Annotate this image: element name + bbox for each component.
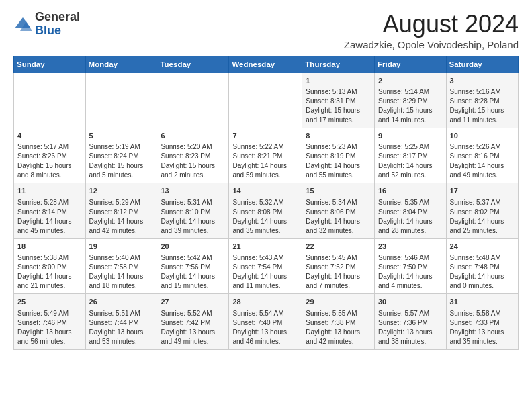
day-info-line: Sunset: 7:48 PM xyxy=(450,263,515,272)
day-number: 21 xyxy=(232,242,298,252)
page-header: General Blue August 2024 Zawadzkie, Opol… xyxy=(13,11,519,50)
day-info-line: and 5 minutes. xyxy=(89,171,154,180)
day-info-line: Sunset: 8:02 PM xyxy=(450,208,515,217)
calendar-cell: 16Sunrise: 5:35 AMSunset: 8:04 PMDayligh… xyxy=(375,183,447,238)
day-number: 13 xyxy=(161,186,225,196)
day-info-line: Sunset: 8:24 PM xyxy=(89,152,154,161)
day-number: 4 xyxy=(17,131,82,141)
day-info-line: Daylight: 15 hours xyxy=(378,106,443,116)
day-info-line: Sunrise: 5:48 AM xyxy=(450,253,515,263)
calendar-week-row: 1Sunrise: 5:13 AMSunset: 8:31 PMDaylight… xyxy=(14,73,519,128)
day-info-line: Sunset: 7:58 PM xyxy=(89,263,154,272)
day-info-line: Sunset: 8:29 PM xyxy=(378,97,443,106)
day-info-line: Daylight: 13 hours xyxy=(89,328,154,337)
day-info-line: Sunrise: 5:58 AM xyxy=(450,309,515,318)
day-info-line: and 8 minutes. xyxy=(17,171,82,180)
calendar-cell: 25Sunrise: 5:49 AMSunset: 7:46 PMDayligh… xyxy=(14,294,86,349)
day-info-line: and 32 minutes. xyxy=(306,226,371,236)
day-info-line: Sunset: 7:50 PM xyxy=(378,263,443,272)
day-info-line: and 39 minutes. xyxy=(161,226,225,236)
title-block: August 2024 Zawadzkie, Opole Voivodeship… xyxy=(344,11,519,50)
day-number: 8 xyxy=(306,131,371,141)
day-info-line: and 25 minutes. xyxy=(450,226,515,236)
day-info-line: and 21 minutes. xyxy=(17,281,82,291)
day-info-line: Sunrise: 5:19 AM xyxy=(89,142,154,152)
logo-icon xyxy=(13,15,32,34)
day-info-line: Sunrise: 5:51 AM xyxy=(89,309,154,318)
weekday-header-thursday: Thursday xyxy=(302,56,375,73)
day-info-line: Daylight: 14 hours xyxy=(232,272,298,281)
day-number: 17 xyxy=(450,186,515,196)
calendar-cell xyxy=(14,73,86,128)
day-info-line: and 53 minutes. xyxy=(89,337,154,347)
weekday-header-saturday: Saturday xyxy=(446,56,518,73)
day-number: 1 xyxy=(306,76,371,86)
day-info-line: and 14 minutes. xyxy=(378,116,443,125)
day-info-line: Sunrise: 5:40 AM xyxy=(89,253,154,263)
day-info-line: Sunset: 8:28 PM xyxy=(450,97,515,106)
day-number: 31 xyxy=(450,297,515,307)
day-info-line: Sunset: 8:17 PM xyxy=(378,152,443,161)
day-info-line: Sunset: 8:16 PM xyxy=(450,152,515,161)
calendar-cell: 30Sunrise: 5:57 AMSunset: 7:36 PMDayligh… xyxy=(375,294,447,349)
day-info-line: Sunrise: 5:25 AM xyxy=(378,142,443,152)
calendar-cell xyxy=(85,73,157,128)
day-number: 22 xyxy=(306,242,371,252)
calendar-cell: 13Sunrise: 5:31 AMSunset: 8:10 PMDayligh… xyxy=(157,183,229,238)
calendar-cell xyxy=(157,73,229,128)
day-info-line: Sunrise: 5:26 AM xyxy=(450,142,515,152)
calendar-cell: 9Sunrise: 5:25 AMSunset: 8:17 PMDaylight… xyxy=(375,128,447,183)
weekday-header-tuesday: Tuesday xyxy=(157,56,229,73)
day-info-line: and 46 minutes. xyxy=(232,337,298,347)
calendar-cell: 2Sunrise: 5:14 AMSunset: 8:29 PMDaylight… xyxy=(375,73,447,128)
day-info-line: Sunrise: 5:14 AM xyxy=(378,87,443,97)
day-info-line: Daylight: 14 hours xyxy=(450,217,515,226)
day-info-line: Sunset: 8:10 PM xyxy=(161,208,225,217)
weekday-header-monday: Monday xyxy=(85,56,157,73)
day-info-line: Sunset: 8:23 PM xyxy=(161,152,225,161)
calendar-cell: 24Sunrise: 5:48 AMSunset: 7:48 PMDayligh… xyxy=(446,238,518,293)
day-number: 16 xyxy=(378,186,443,196)
day-info-line: Sunrise: 5:43 AM xyxy=(232,253,298,263)
day-info-line: Sunset: 8:21 PM xyxy=(232,152,298,161)
day-info-line: Sunrise: 5:54 AM xyxy=(232,309,298,318)
day-info-line: Sunrise: 5:45 AM xyxy=(306,253,371,263)
day-info-line: Sunrise: 5:13 AM xyxy=(306,87,371,97)
day-info-line: and 59 minutes. xyxy=(232,171,298,180)
day-info-line: Daylight: 14 hours xyxy=(306,272,371,281)
logo: General Blue xyxy=(13,11,80,38)
day-info-line: Daylight: 14 hours xyxy=(306,161,371,171)
day-info-line: and 2 minutes. xyxy=(161,171,225,180)
day-info-line: Daylight: 15 hours xyxy=(306,106,371,116)
day-info-line: Daylight: 14 hours xyxy=(378,217,443,226)
weekday-header-wednesday: Wednesday xyxy=(229,56,302,73)
calendar-cell: 21Sunrise: 5:43 AMSunset: 7:54 PMDayligh… xyxy=(229,238,302,293)
day-info-line: Daylight: 14 hours xyxy=(232,161,298,171)
day-info-line: and 55 minutes. xyxy=(306,171,371,180)
day-number: 14 xyxy=(232,186,298,196)
day-info-line: Daylight: 14 hours xyxy=(306,217,371,226)
calendar-cell: 18Sunrise: 5:38 AMSunset: 8:00 PMDayligh… xyxy=(14,238,86,293)
calendar-cell: 31Sunrise: 5:58 AMSunset: 7:33 PMDayligh… xyxy=(446,294,518,349)
day-info-line: and 11 minutes. xyxy=(232,281,298,291)
day-info-line: Daylight: 14 hours xyxy=(378,161,443,171)
day-number: 9 xyxy=(378,131,443,141)
calendar-cell xyxy=(229,73,302,128)
calendar-table: SundayMondayTuesdayWednesdayThursdayFrid… xyxy=(13,56,519,350)
day-number: 29 xyxy=(306,297,371,307)
day-number: 30 xyxy=(378,297,443,307)
day-info-line: and 28 minutes. xyxy=(378,226,443,236)
calendar-week-row: 18Sunrise: 5:38 AMSunset: 8:00 PMDayligh… xyxy=(14,238,519,293)
day-number: 28 xyxy=(232,297,298,307)
day-info-line: Sunrise: 5:35 AM xyxy=(378,198,443,208)
day-info-line: Daylight: 14 hours xyxy=(89,217,154,226)
day-info-line: Sunrise: 5:28 AM xyxy=(17,198,82,208)
logo-blue-text: Blue xyxy=(35,24,61,37)
day-number: 26 xyxy=(89,297,154,307)
calendar-cell: 10Sunrise: 5:26 AMSunset: 8:16 PMDayligh… xyxy=(446,128,518,183)
day-info-line: Sunset: 7:56 PM xyxy=(161,263,225,272)
day-info-line: Sunset: 8:08 PM xyxy=(232,208,298,217)
day-info-line: Sunrise: 5:37 AM xyxy=(450,198,515,208)
day-info-line: Sunset: 7:52 PM xyxy=(306,263,371,272)
day-info-line: Sunset: 8:26 PM xyxy=(17,152,82,161)
